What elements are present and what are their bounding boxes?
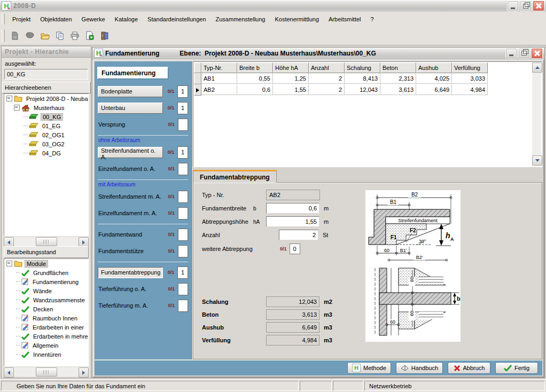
- fundamentabtreppung-button[interactable]: Fundamentabtreppung: [98, 267, 163, 278]
- collapse-icon[interactable]: [6, 96, 12, 101]
- exit-icon[interactable]: [98, 29, 111, 42]
- tree-item-module-root[interactable]: Module: [4, 259, 88, 268]
- tree-item-level-01eg[interactable]: 01_EG: [4, 121, 88, 130]
- menu-gewerke[interactable]: Gewerke: [77, 14, 110, 24]
- table-cell[interactable]: 2,313: [380, 73, 416, 84]
- table-cell[interactable]: 4,025: [416, 73, 452, 84]
- column-header[interactable]: Schalung: [345, 62, 380, 73]
- column-header[interactable]: Aushub: [416, 62, 452, 73]
- open-document-icon[interactable]: [24, 29, 36, 42]
- table-cell[interactable]: AB2: [201, 84, 237, 95]
- table-cell[interactable]: 2: [309, 73, 345, 84]
- menu-kostenermittlung[interactable]: Kostenermittlung: [270, 14, 324, 24]
- scroll-right-icon[interactable]: [79, 367, 89, 378]
- versprung-count-box[interactable]: [178, 119, 188, 131]
- streifenfundament-oa-count-box[interactable]: 1: [177, 146, 188, 159]
- collapse-icon[interactable]: [14, 105, 20, 111]
- copy-icon[interactable]: [53, 29, 66, 42]
- weitere-abtreppung-box[interactable]: 0: [290, 244, 300, 254]
- streifenfundament-ma-count-box[interactable]: [178, 191, 188, 203]
- module-item-decken[interactable]: Decken: [4, 304, 88, 313]
- fundamentwand-count-box[interactable]: [178, 229, 188, 241]
- tree-item-level-04dg[interactable]: 04_DG: [4, 148, 88, 158]
- scroll-left-icon[interactable]: [4, 367, 14, 378]
- einzelfundament-ma-count-box[interactable]: [178, 207, 188, 219]
- bodenplatte-count-box[interactable]: 1: [177, 85, 188, 98]
- einzelfundament-oa-label[interactable]: Einzelfundament o. A.: [98, 166, 163, 172]
- fertig-button[interactable]: Fertig: [495, 362, 538, 374]
- tieferfuehrung-oa-count-box[interactable]: [178, 283, 188, 295]
- scroll-down-icon[interactable]: [532, 155, 542, 166]
- tree-item-building[interactable]: Musterhaus: [4, 103, 88, 112]
- table-cell[interactable]: 3,033: [452, 73, 488, 84]
- column-header[interactable]: Beton: [380, 62, 416, 73]
- collapse-icon[interactable]: [6, 261, 12, 266]
- anzahl-input[interactable]: [279, 230, 318, 240]
- column-header[interactable]: Breite b: [237, 62, 273, 73]
- folder-open-icon[interactable]: [38, 29, 51, 42]
- menu-kataloge[interactable]: Kataloge: [110, 14, 143, 24]
- fundamentabtreppung-count-box[interactable]: 1: [177, 266, 188, 279]
- table-vscrollbar[interactable]: [532, 62, 541, 166]
- table-cell[interactable]: 3,613: [380, 84, 416, 95]
- column-header[interactable]: Verfüllung: [452, 62, 488, 73]
- tieferfuehrung-ma-count-box[interactable]: [178, 300, 188, 312]
- unterbau-count-box[interactable]: 1: [177, 102, 188, 114]
- column-header[interactable]: Anzahl: [309, 62, 345, 73]
- fundamentbreite-input[interactable]: [266, 203, 319, 214]
- tieferfuehrung-oa-label[interactable]: Tieferführung o. A.: [98, 286, 163, 292]
- fundamentstuetze-label[interactable]: Fundamentstütze: [98, 248, 163, 254]
- versprung-label[interactable]: Versprung: [98, 121, 163, 128]
- new-document-icon[interactable]: [9, 29, 21, 42]
- minimize-button[interactable]: [507, 1, 519, 11]
- menu-standardeinstellungen[interactable]: Standardeinstellungen: [143, 14, 210, 24]
- module-item-innentueren[interactable]: Innentüren: [4, 350, 88, 359]
- module-item-raumbuch-innen[interactable]: Raumbuch Innen: [4, 313, 88, 323]
- methode-button[interactable]: H Methode: [347, 362, 391, 374]
- progress-panel-header[interactable]: Bearbeitungsstand: [4, 246, 89, 258]
- module-item-erdarbeiten-mehre[interactable]: Erdarbeiten in mehre: [4, 332, 88, 341]
- module-item-allgemein[interactable]: Allgemein: [4, 341, 88, 350]
- tree-item-level-00kg[interactable]: 00_KG: [4, 112, 88, 121]
- menu-help[interactable]: ?: [366, 14, 379, 24]
- tree-item-level-02og1[interactable]: 02_OG1: [4, 130, 88, 139]
- tab-fundamentabtreppung[interactable]: Fundamentabtreppung: [193, 170, 277, 183]
- abtreppungshoehe-input[interactable]: [266, 216, 319, 227]
- einzelfundament-oa-count-box[interactable]: [178, 163, 188, 175]
- menu-projekt[interactable]: Projekt: [7, 14, 35, 24]
- menu-arbeitsmittel[interactable]: Arbeitsmittel: [324, 14, 366, 24]
- table-cell[interactable]: AB1: [201, 73, 237, 84]
- table-cell[interactable]: 12,043: [345, 84, 380, 95]
- tieferfuehrung-ma-label[interactable]: Tieferführung m. A.: [98, 302, 163, 309]
- streifenfundament-oa-button[interactable]: Streifenfundament o. A.: [98, 147, 163, 158]
- close-button[interactable]: [533, 1, 544, 11]
- scrollbar-thumb[interactable]: [36, 367, 57, 377]
- window-minimize-button[interactable]: [505, 48, 517, 59]
- module-item-fundamentierung[interactable]: Fundamentierung: [4, 277, 88, 286]
- table-cell[interactable]: 0,6: [237, 84, 273, 95]
- column-header[interactable]: Typ-Nr.: [201, 62, 237, 73]
- row-selector[interactable]: [194, 73, 201, 84]
- bodenplatte-button[interactable]: Bodenplatte: [98, 86, 163, 97]
- handbuch-button[interactable]: Handbuch: [396, 362, 443, 374]
- tree-item-level-03og2[interactable]: 03_OG2: [4, 139, 88, 148]
- restore-button[interactable]: [520, 1, 532, 11]
- table-cell[interactable]: 1,55: [273, 84, 309, 95]
- table-cell[interactable]: 4,984: [452, 84, 488, 95]
- abbruch-button[interactable]: Abbruch: [448, 362, 490, 374]
- row-selector-current[interactable]: [194, 84, 201, 96]
- table-cell[interactable]: 8,413: [345, 73, 380, 84]
- fundamentwand-label[interactable]: Fundamentwand: [98, 231, 163, 238]
- scrollbar-thumb[interactable]: [36, 237, 57, 246]
- menu-objektdaten[interactable]: Objektdaten: [35, 14, 76, 24]
- unterbau-button[interactable]: Unterbau: [98, 103, 163, 114]
- menu-zusammenstellung[interactable]: Zusammenstellung: [211, 14, 270, 24]
- einzelfundament-ma-label[interactable]: Einzelfundament m. A.: [98, 210, 163, 216]
- fundamentstuetze-count-box[interactable]: [178, 245, 188, 257]
- hierarchy-levels-header[interactable]: Hierarchieebenen: [2, 82, 91, 93]
- progress-tree-hscrollbar[interactable]: [4, 367, 89, 377]
- window-close-button[interactable]: [531, 48, 543, 59]
- print-icon[interactable]: [68, 29, 81, 42]
- module-item-grundflaechen[interactable]: Grundflächen: [4, 268, 88, 277]
- window-restore-button[interactable]: [518, 48, 530, 59]
